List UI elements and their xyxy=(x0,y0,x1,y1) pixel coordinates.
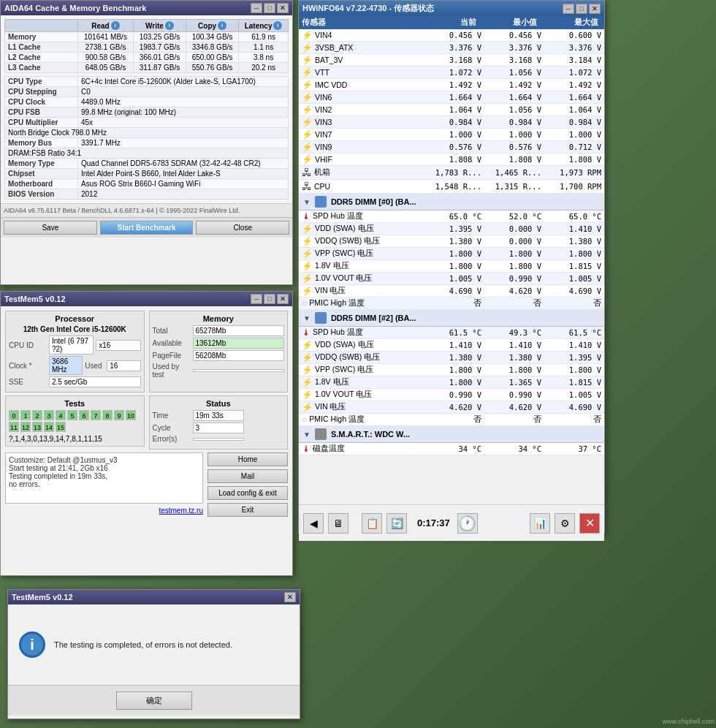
close-button[interactable]: ✕ xyxy=(589,4,601,14)
sensor-name: 机箱 xyxy=(314,167,330,178)
test-number: 1 xyxy=(20,410,31,420)
nav-icon1[interactable]: 🖥 xyxy=(328,513,349,534)
fan-icon: 🖧 xyxy=(302,181,312,192)
write-info-icon[interactable]: i xyxy=(165,21,174,30)
hwinfo-settings-icon[interactable]: ⚙ xyxy=(555,513,575,534)
current-val: 1.000 V xyxy=(422,130,481,139)
temp-icon: 🌡 xyxy=(302,444,311,454)
sensor-column-header: 传感器 xyxy=(302,18,418,28)
sensor-row: ○PMIC High 温度 否 否 否 xyxy=(299,414,604,426)
usedby-value xyxy=(193,369,285,372)
nav-separator xyxy=(353,513,357,534)
ok-button[interactable]: 确定 xyxy=(116,691,192,710)
info-row: CPU Type6C+4c Intel Core i5-12600K (Alde… xyxy=(5,77,289,87)
test-number: 4 xyxy=(56,410,66,420)
sensor-name: VIN7 xyxy=(315,130,332,139)
minimize-button[interactable]: ─ xyxy=(563,4,574,14)
ddr5-section1-header[interactable]: ▼DDR5 DIMM [#0] (BA... xyxy=(299,194,604,211)
test-number: 10 xyxy=(126,410,136,420)
current-val: 4.690 V xyxy=(422,287,481,295)
hwinfo-sensor-list[interactable]: ⚡VIN4 0.456 V 0.456 V 0.600 V ⚡3VSB_ATX … xyxy=(299,29,604,504)
sensor-name: CPU xyxy=(314,182,330,191)
min-val: 4.620 V xyxy=(481,403,541,412)
max-val: 1.410 V xyxy=(541,341,601,349)
load-config-button[interactable]: Load config & exit xyxy=(207,486,288,500)
hwinfo-close-icon[interactable]: ✕ xyxy=(579,513,600,534)
maximize-button[interactable]: □ xyxy=(264,3,275,13)
exit-button[interactable]: Exit xyxy=(207,503,288,517)
website-link[interactable]: testmem.tz.ru xyxy=(5,507,203,515)
sensor-row: 🖧机箱 1,783 R... 1,465 R... 1,973 RPM xyxy=(299,166,604,180)
close-button[interactable]: ✕ xyxy=(277,3,289,13)
close-button[interactable]: Close xyxy=(196,221,289,235)
voltage-icon: ⚡ xyxy=(302,236,313,246)
maximize-button[interactable]: □ xyxy=(576,4,587,14)
current-val: 34 °C xyxy=(422,444,481,453)
save-button[interactable]: Save xyxy=(4,221,97,235)
cpu-id-x: x16 xyxy=(96,340,140,351)
current-val: 61.5 °C xyxy=(422,328,481,337)
minimize-button[interactable]: ─ xyxy=(251,294,262,304)
available-row: Available 13612Mb xyxy=(153,338,285,349)
total-value: 65278Mb xyxy=(193,325,285,336)
testmem5-window-controls: ─ □ ✕ xyxy=(251,294,289,304)
sensor-row: ⚡VPP (SWC) 电压 1.800 V 1.800 V 1.800 V xyxy=(299,364,604,376)
sensor-row: ⚡VDD (SWA) 电压 1.410 V 1.410 V 1.410 V xyxy=(299,339,604,352)
current-val: 0.576 V xyxy=(422,143,481,151)
clock-icon: 🕐 xyxy=(457,513,478,534)
benchmark-row: Memory101641 MB/s103.25 GB/s100.34 GB/s6… xyxy=(5,32,289,42)
sensor-name: 1.8V 电压 xyxy=(315,377,349,387)
min-val: 1.808 V xyxy=(481,155,541,164)
voltage-icon: ⚡ xyxy=(302,142,313,152)
min-val: 1.800 V xyxy=(481,249,541,258)
info-row: ChipsetIntel Alder Point-S B660, Intel A… xyxy=(5,169,289,179)
smart-section-header[interactable]: ▼S.M.A.R.T.: WDC W... xyxy=(299,426,604,443)
hwinfo-graph-icon[interactable]: 📊 xyxy=(530,513,550,534)
current-val: 0.456 V xyxy=(422,31,481,39)
sensor-row: ⚡VHIF 1.808 V 1.808 V 1.808 V xyxy=(299,153,604,166)
max-val: 0.712 V xyxy=(541,143,601,151)
time-label: Time xyxy=(153,412,193,420)
current-val: 0.984 V xyxy=(422,118,481,126)
errors-value xyxy=(193,438,244,441)
voltage-icon: ⚡ xyxy=(302,117,313,127)
sensor-name: 1.0V VOUT 电压 xyxy=(315,390,372,400)
memory-section-title: Memory xyxy=(153,314,285,323)
max-val: 1.492 V xyxy=(541,80,601,89)
maximize-button[interactable]: □ xyxy=(264,294,275,304)
read-info-icon[interactable]: i xyxy=(111,21,120,30)
ddr5-section2-header[interactable]: ▼DDR5 DIMM [#2] (BA... xyxy=(299,310,604,327)
nav-back-button[interactable]: ◀ xyxy=(303,513,324,534)
close-button[interactable]: ✕ xyxy=(284,592,296,602)
min-val: 1.000 V xyxy=(481,130,541,139)
close-button[interactable]: ✕ xyxy=(277,294,289,304)
minimize-button[interactable]: ─ xyxy=(251,3,262,13)
usedby-label: Used by test xyxy=(153,363,193,379)
sensor-row: ⚡1.8V 电压 1.800 V 1.365 V 1.815 V xyxy=(299,376,604,389)
min-val: 0.990 V xyxy=(481,390,541,399)
min-val: 34 °C xyxy=(481,444,541,453)
aida64-info-table: CPU Type6C+4c Intel Core i5-12600K (Alde… xyxy=(4,76,289,200)
start-benchmark-button[interactable]: Start Benchmark xyxy=(100,221,194,235)
nav-icon2[interactable]: 📋 xyxy=(362,513,382,534)
mail-button[interactable]: Mail xyxy=(207,469,288,483)
copy-info-icon[interactable]: i xyxy=(218,21,226,30)
home-button[interactable]: Home xyxy=(207,452,288,466)
sensor-name: VDDQ (SWB) 电压 xyxy=(315,236,380,246)
sensor-name: VIN 电压 xyxy=(315,286,346,296)
tests-title: Tests xyxy=(9,399,141,408)
fan-icon: 🖧 xyxy=(302,167,312,178)
dialog-window-controls: ✕ xyxy=(284,592,296,602)
latency-info-icon[interactable]: i xyxy=(273,21,282,30)
hdd-icon xyxy=(315,428,327,440)
sensor-row: ⚡VIN4 0.456 V 0.456 V 0.600 V xyxy=(299,29,604,42)
ddr5-section2-title: DDR5 DIMM [#2] (BA... xyxy=(331,314,416,322)
min-val: 0.456 V xyxy=(481,31,541,39)
processor-section: Processor 12th Gen Intel Core i5-12600K … xyxy=(5,311,145,393)
sensor-row: ⚡1.0V VOUT 电压 0.990 V 0.990 V 1.005 V xyxy=(299,389,604,401)
current-val: 否 xyxy=(422,414,481,425)
write-header: Write i xyxy=(133,20,186,32)
available-value: 13612Mb xyxy=(193,338,285,349)
latency-header: Latency i xyxy=(239,20,289,32)
nav-icon3[interactable]: 🔄 xyxy=(386,513,407,534)
